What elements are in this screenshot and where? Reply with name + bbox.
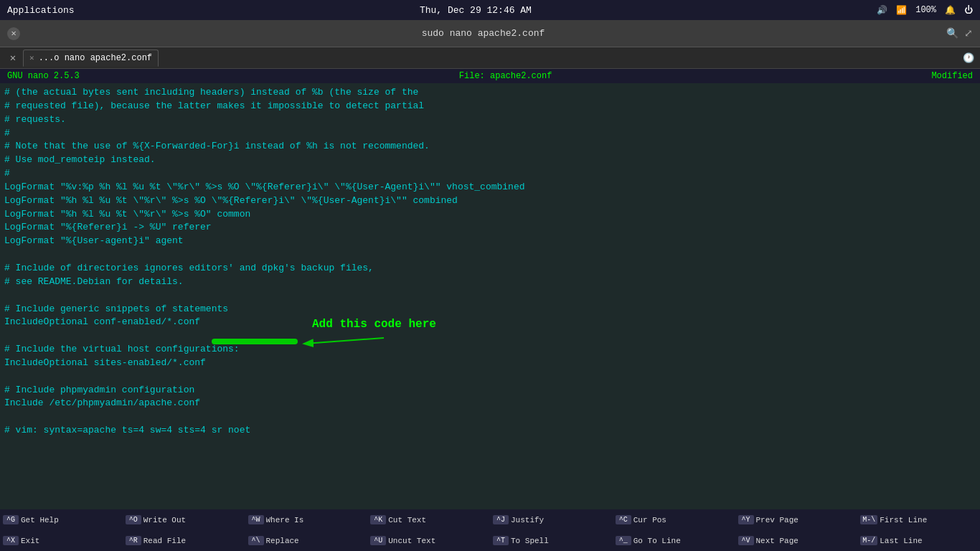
system-time: Thu, Dec 29 12:46 AM [420, 5, 532, 16]
top-bar-center: Thu, Dec 29 12:46 AM [420, 5, 532, 16]
editor-text: # (the actual bytes sent including heade… [4, 86, 976, 438]
shortcut-label-exit: Exit [21, 537, 39, 545]
system-top-bar: Applications Thu, Dec 29 12:46 AM 🔊 📶 10… [0, 0, 980, 20]
applications-menu[interactable]: Applications [7, 5, 75, 16]
shortcut-key-justify: ^J [493, 515, 509, 524]
editor-area[interactable]: # (the actual bytes sent including heade… [0, 83, 980, 509]
shortcut-label-where-is: Where Is [266, 516, 304, 524]
nano-file: File: apache2.conf [459, 71, 552, 81]
shortcut-label-next-page: Next Page [756, 537, 798, 545]
tab-label: ...o nano apache2.conf [39, 53, 152, 63]
shortcut-go-to-line: ^_ Go To Line [613, 530, 735, 551]
shortcut-key-prev-page: ^Y [738, 515, 754, 524]
shortcut-cut-text: ^K Cut Text [367, 509, 490, 530]
shortcut-label-go-to-line: Go To Line [633, 537, 681, 545]
window-title: sudo nano apache2.conf [20, 28, 946, 39]
shortcut-label-to-spell: To Spell [511, 537, 549, 545]
shortcut-label-get-help: Get Help [21, 516, 59, 524]
shortcut-read-file: ^R Read File [123, 530, 245, 551]
shortcut-key-last-line: M-/ [860, 536, 877, 545]
shortcut-label-last-line: Last Line [880, 537, 922, 545]
tab-close-icon[interactable]: ✕ [29, 53, 34, 62]
shortcut-key-uncut-text: ^U [370, 536, 386, 545]
shortcut-label-cut-text: Cut Text [388, 516, 426, 524]
shortcut-key-first-line: M-\ [860, 515, 877, 524]
shortcut-cur-pos: ^C Cur Pos [613, 509, 735, 530]
shortcut-key-cut-text: ^K [370, 515, 386, 524]
top-bar-left: Applications [7, 5, 75, 16]
shortcut-last-line: M-/ Last Line [857, 530, 980, 551]
shortcut-write-out: ^O Write Out [123, 509, 245, 530]
shortcut-label-first-line: First Line [880, 516, 927, 524]
battery-icon: 100% [915, 5, 936, 15]
shortcut-key-replace: ^\ [248, 536, 264, 545]
shortcut-key-get-help: ^G [3, 515, 19, 524]
shortcut-key-write-out: ^O [126, 515, 141, 524]
shortcut-next-page: ^V Next Page [735, 530, 858, 551]
shortcut-label-uncut-text: Uncut Text [388, 537, 435, 545]
shortcut-get-help: ^G Get Help [0, 509, 123, 530]
power-icon[interactable]: ⏻ [964, 5, 973, 16]
shortcut-label-justify: Justify [511, 516, 544, 524]
shortcut-label-cur-pos: Cur Pos [633, 516, 666, 524]
shortcut-key-to-spell: ^T [493, 536, 509, 545]
top-bar-right: 🔊 📶 100% 🔔 ⏻ [877, 5, 973, 16]
shortcut-label-write-out: Write Out [143, 516, 186, 524]
shortcut-key-read-file: ^R [126, 536, 141, 545]
restore-icon[interactable]: ⤢ [964, 27, 973, 39]
shortcut-key-exit: ^X [3, 536, 19, 545]
new-tab-icon: ✕ [10, 52, 16, 64]
volume-icon[interactable]: 🔊 [877, 5, 887, 16]
title-bar-actions: 🔍 ⤢ [946, 27, 973, 39]
shortcut-uncut-text: ^U Uncut Text [367, 530, 490, 551]
window-close-button[interactable]: ✕ [7, 27, 20, 40]
wifi-icon: 📶 [896, 5, 907, 16]
shortcut-label-replace: Replace [266, 537, 299, 545]
nano-status-bar: GNU nano 2.5.3 File: apache2.conf Modifi… [0, 69, 980, 83]
shortcut-label-prev-page: Prev Page [756, 516, 798, 524]
shortcut-prev-page: ^Y Prev Page [735, 509, 858, 530]
shortcut-key-cur-pos: ^C [616, 515, 631, 524]
shortcut-label-read-file: Read File [143, 537, 186, 545]
shortcut-to-spell: ^T To Spell [490, 530, 613, 551]
nano-modified: Modified [931, 71, 973, 81]
nano-bottom-bar: ^G Get Help ^O Write Out ^W Where Is ^K … [0, 509, 980, 551]
tab-history-icon[interactable]: 🕐 [963, 52, 974, 64]
new-tab-button[interactable]: ✕ [6, 51, 20, 65]
shortcut-first-line: M-\ First Line [857, 509, 980, 530]
notification-icon[interactable]: 🔔 [945, 5, 956, 16]
shortcut-where-is: ^W Where Is [245, 509, 368, 530]
search-icon[interactable]: 🔍 [946, 27, 958, 39]
shortcut-key-where-is: ^W [248, 515, 264, 524]
shortcut-key-next-page: ^V [738, 536, 754, 545]
window-title-bar: ✕ sudo nano apache2.conf 🔍 ⤢ [0, 20, 980, 47]
shortcut-exit: ^X Exit [0, 530, 123, 551]
shortcut-key-go-to-line: ^_ [616, 536, 631, 545]
tab-bar: ✕ ✕ ...o nano apache2.conf 🕐 [0, 47, 980, 69]
shortcut-replace: ^\ Replace [245, 530, 368, 551]
shortcut-justify: ^J Justify [490, 509, 613, 530]
close-icon: ✕ [11, 28, 16, 39]
nano-version: GNU nano 2.5.3 [7, 71, 80, 81]
active-tab[interactable]: ✕ ...o nano apache2.conf [23, 50, 159, 67]
